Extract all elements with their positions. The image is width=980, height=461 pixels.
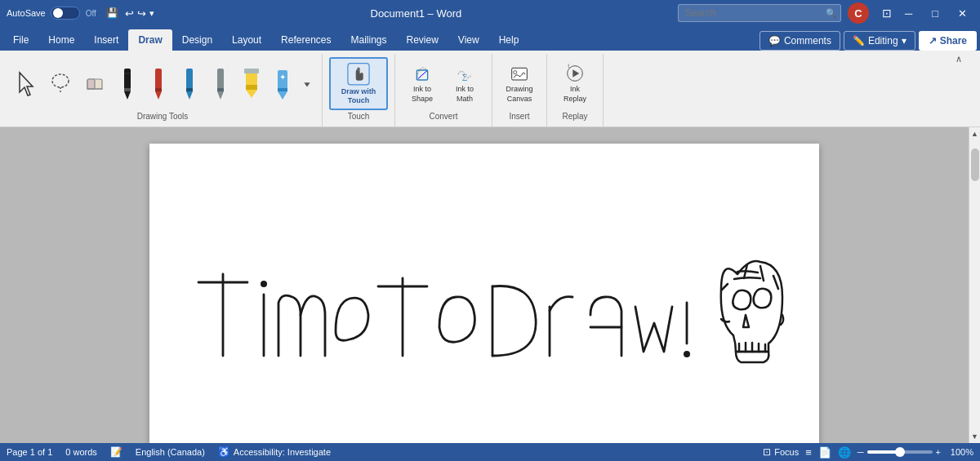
hand-touch-icon: [344, 62, 373, 86]
touch-items: Draw withTouch: [329, 57, 388, 110]
ribbon-toggle-icon[interactable]: ⊡: [882, 7, 892, 20]
share-icon: ↗: [929, 35, 937, 47]
tab-layout[interactable]: Layout: [222, 29, 271, 51]
replay-items: InkReplay: [554, 57, 596, 110]
save-icon[interactable]: 💾: [106, 7, 118, 19]
svg-text:✦: ✦: [279, 73, 286, 82]
drawing-canvas-button[interactable]: DrawingCanvas: [499, 60, 540, 109]
autosave-label: AutoSave: [7, 8, 46, 18]
cursor-icon: [15, 69, 38, 99]
focus-button[interactable]: ⊡ Focus: [763, 446, 799, 458]
comments-button[interactable]: 💬 Comments: [760, 31, 840, 51]
accessibility-indicator[interactable]: ♿ Accessibility: Investigate: [218, 446, 331, 458]
tab-file[interactable]: File: [3, 29, 38, 51]
status-bar: Page 1 of 1 0 words 📝 English (Canada) ♿…: [0, 443, 980, 461]
lasso-icon: [49, 69, 72, 99]
drawing-tools-items: ✦: [10, 57, 315, 110]
minimize-button[interactable]: ─: [898, 0, 919, 26]
page-drawing: [149, 144, 819, 443]
search-input[interactable]: [678, 4, 841, 22]
svg-marker-35: [572, 69, 579, 77]
word-count[interactable]: 0 words: [65, 447, 97, 457]
svg-rect-10: [155, 69, 162, 91]
title-bar: AutoSave Off 💾 ↩ ↪ ▾ Document1 – Word C …: [0, 0, 980, 26]
status-right: ⊡ Focus ≡ 📄 🌐 ─ + 100%: [763, 446, 973, 459]
search-wrapper: [678, 4, 841, 22]
zoom-slider-knob[interactable]: [895, 447, 905, 457]
comments-icon: 💬: [768, 35, 781, 47]
undo-icon[interactable]: ↩: [125, 7, 134, 20]
svg-marker-27: [304, 82, 310, 86]
document-title: Document1 – Word: [154, 7, 678, 20]
tab-design[interactable]: Design: [172, 29, 222, 51]
ribbon-tabs: File Home Insert Draw Design Layout Refe…: [0, 26, 980, 51]
view-normal-button[interactable]: ≡: [805, 446, 812, 459]
zoom-out-button[interactable]: ─: [858, 447, 864, 457]
share-button[interactable]: ↗ Share: [919, 31, 977, 51]
svg-rect-8: [124, 88, 131, 91]
title-bar-left: AutoSave Off 💾 ↩ ↪ ▾: [7, 7, 154, 20]
ink-to-shape-button[interactable]: Ink toShape: [402, 60, 443, 109]
scroll-down-button[interactable]: ▼: [969, 430, 981, 443]
tab-review[interactable]: Review: [397, 29, 448, 51]
pen-black-icon: [118, 67, 136, 101]
lasso-tool[interactable]: [44, 60, 77, 109]
tab-help[interactable]: Help: [489, 29, 529, 51]
language-indicator[interactable]: English (Canada): [136, 447, 205, 457]
pen-black-tool[interactable]: [113, 60, 142, 109]
eraser-tool[interactable]: [78, 60, 111, 109]
svg-rect-29: [357, 68, 359, 72]
tab-insert[interactable]: Insert: [84, 29, 128, 51]
drawing-canvas-icon: [505, 64, 534, 86]
avatar[interactable]: C: [848, 2, 869, 24]
ink-replay-icon: [560, 64, 590, 86]
selector-tool[interactable]: [10, 60, 42, 109]
scroll-track: [969, 140, 980, 430]
svg-marker-7: [124, 91, 131, 100]
pen-red-icon: [149, 67, 167, 101]
ink-to-math-button[interactable]: ∑ Ink toMath: [444, 60, 485, 109]
ink-replay-button[interactable]: InkReplay: [554, 60, 596, 109]
editing-button[interactable]: ✏️ Editing ▾: [844, 31, 915, 51]
pen-dropdown-icon: [302, 62, 312, 106]
scroll-thumb[interactable]: [971, 148, 979, 181]
ink-to-math-icon: ∑: [450, 64, 479, 86]
tab-draw[interactable]: Draw: [128, 29, 172, 51]
focus-label: Focus: [774, 447, 799, 457]
editing-label: Editing: [868, 35, 898, 47]
comments-label: Comments: [784, 35, 831, 47]
close-button[interactable]: ✕: [951, 0, 973, 26]
highlighter-yellow-tool[interactable]: [237, 60, 266, 109]
touch-label: Touch: [345, 110, 373, 123]
pen-sparkle-tool[interactable]: ✦: [268, 60, 297, 109]
tab-references[interactable]: References: [271, 29, 341, 51]
svg-rect-4: [87, 79, 95, 89]
tab-home[interactable]: Home: [38, 29, 84, 51]
pen-gray-tool[interactable]: [206, 60, 235, 109]
zoom-slider-track[interactable]: [867, 450, 933, 454]
zoom-in-button[interactable]: +: [936, 447, 941, 457]
scroll-up-button[interactable]: ▲: [969, 127, 981, 140]
tab-view[interactable]: View: [448, 29, 489, 51]
ribbon-collapse-button[interactable]: ∧: [952, 52, 965, 66]
svg-point-37: [684, 351, 690, 357]
view-web-button[interactable]: 🌐: [838, 446, 851, 459]
maximize-button[interactable]: □: [925, 0, 945, 26]
tab-mailings[interactable]: Mailings: [341, 29, 396, 51]
view-print-button[interactable]: 📄: [818, 446, 831, 459]
pen-more-dropdown[interactable]: [299, 60, 315, 109]
drawing-tools-group: ✦ Drawing Tools: [3, 54, 323, 126]
svg-marker-11: [155, 91, 162, 100]
autosave-toggle[interactable]: [51, 7, 80, 20]
pen-gray-icon: [212, 67, 229, 101]
svg-rect-13: [186, 69, 193, 91]
draw-with-touch-button[interactable]: Draw withTouch: [329, 57, 388, 110]
pen-blue-tool[interactable]: [175, 60, 204, 109]
svg-rect-25: [278, 88, 287, 91]
language-label: English (Canada): [136, 447, 205, 457]
accessibility-icon: ♿: [218, 446, 230, 458]
page-indicator[interactable]: Page 1 of 1: [7, 447, 52, 457]
redo-icon[interactable]: ↪: [137, 7, 146, 20]
pen-red-tool[interactable]: [144, 60, 173, 109]
document-page: [149, 144, 819, 443]
